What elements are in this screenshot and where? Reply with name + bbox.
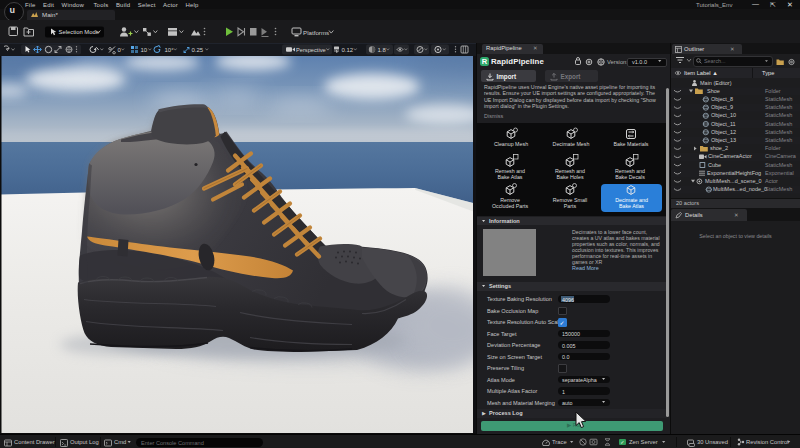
svg-text:Version:: Version: (607, 59, 628, 65)
svg-text:0.12: 0.12 (342, 47, 354, 53)
svg-text:10: 10 (141, 47, 148, 53)
svg-text:1.8: 1.8 (378, 47, 387, 53)
svg-text:Selection Mode: Selection Mode (59, 29, 100, 35)
svg-text:10°: 10° (165, 47, 175, 53)
svg-text:Perspective: Perspective (296, 47, 326, 53)
svg-text:Platforms: Platforms (303, 29, 329, 36)
svg-text:0.25: 0.25 (192, 47, 204, 53)
